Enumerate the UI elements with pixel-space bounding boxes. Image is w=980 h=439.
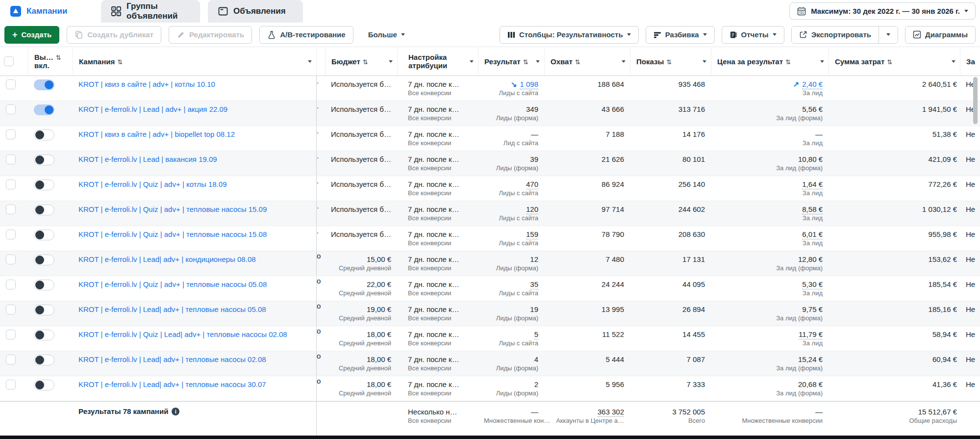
footer-reach-value[interactable]: 363 302 xyxy=(598,408,624,417)
chevron-down-icon[interactable] xyxy=(308,60,312,63)
row-checkbox[interactable] xyxy=(6,330,16,339)
result-value[interactable]: 39 xyxy=(530,155,538,163)
chevron-down-icon[interactable] xyxy=(536,60,540,63)
row-checkbox[interactable] xyxy=(6,355,16,364)
campaign-toggle[interactable] xyxy=(34,79,54,90)
result-value[interactable]: 1 098 xyxy=(520,80,538,89)
column-header-toggle[interactable]: Вы… вкл. xyxy=(28,47,73,76)
cpr-value[interactable]: — xyxy=(815,130,823,138)
column-header-amount-spent[interactable]: Сумма затрат xyxy=(829,47,960,76)
bottom-scroll-bar[interactable] xyxy=(0,436,980,439)
duplicate-button[interactable]: Создать дубликат xyxy=(67,26,161,44)
result-value[interactable]: 4 xyxy=(534,355,538,363)
create-button[interactable]: + Создать xyxy=(4,26,59,44)
edit-button[interactable]: Редактировать xyxy=(169,26,252,44)
result-value[interactable]: — xyxy=(531,130,538,138)
columns-button[interactable]: Столбцы: Результативность xyxy=(500,26,639,44)
result-value[interactable]: 35 xyxy=(530,280,538,289)
date-range-button[interactable]: Максимум: 30 дек 2022 г. — 30 янв 2026 г… xyxy=(789,2,976,20)
campaign-link[interactable]: KROT | e-ferroli.lv | Lead| adv+ | конди… xyxy=(78,255,256,263)
row-checkbox[interactable] xyxy=(6,180,16,189)
cpr-value[interactable]: 2,40 € xyxy=(802,80,823,89)
result-value[interactable]: 2 xyxy=(534,380,538,388)
chevron-down-icon[interactable] xyxy=(820,60,824,63)
campaign-link[interactable]: KROT | e-ferroli.lv | Quiz | adv+ | тепл… xyxy=(78,280,267,288)
row-checkbox[interactable] xyxy=(6,380,16,389)
cpr-value[interactable]: 15,24 € xyxy=(798,355,823,363)
tab-campaigns[interactable]: Кампании xyxy=(0,0,100,23)
campaign-link[interactable]: KROT | e-ferroli.lv | Quiz | adv+ | тепл… xyxy=(78,230,267,238)
column-header-attribution[interactable]: Настройка атрибуции xyxy=(397,47,478,76)
chevron-down-icon[interactable] xyxy=(703,60,706,63)
charts-button[interactable]: Диаграммы xyxy=(905,26,976,44)
column-header-impressions[interactable]: Показы xyxy=(630,47,711,76)
more-button[interactable]: Больше xyxy=(361,26,412,44)
result-value[interactable]: 12 xyxy=(530,255,538,263)
column-header-result[interactable]: Результат xyxy=(478,47,544,76)
column-header-campaign[interactable]: Кампания xyxy=(73,47,316,76)
row-checkbox[interactable] xyxy=(6,280,16,289)
column-header-cost-per-result[interactable]: Цена за результат xyxy=(711,47,829,76)
export-button[interactable]: Экспортировать xyxy=(792,26,879,43)
cpr-value[interactable]: 20,68 € xyxy=(798,380,823,388)
campaign-link[interactable]: KROT | e-ferroli.lv | Quiz | adv+ | тепл… xyxy=(78,205,267,213)
cpr-value[interactable]: 5,56 € xyxy=(802,105,823,113)
campaign-toggle[interactable] xyxy=(34,104,54,115)
campaign-toggle[interactable] xyxy=(34,280,54,290)
cpr-value[interactable]: 9,75 € xyxy=(802,305,823,313)
column-header-budget[interactable]: Бюджет xyxy=(325,47,397,76)
campaign-toggle[interactable] xyxy=(34,155,54,165)
campaign-link[interactable]: KROT | квиз в сайте | adv+ | котлы 10.10 xyxy=(78,80,215,88)
campaign-toggle[interactable] xyxy=(34,330,54,340)
result-value[interactable]: 19 xyxy=(530,305,538,313)
result-value[interactable]: 5 xyxy=(534,330,538,339)
tab-ad-sets[interactable]: Группы объявлений xyxy=(101,0,200,23)
campaign-toggle[interactable] xyxy=(34,230,54,240)
campaign-toggle[interactable] xyxy=(34,380,54,390)
row-checkbox[interactable] xyxy=(6,205,16,214)
cpr-value[interactable]: 8,58 € xyxy=(802,205,823,214)
vertical-scrollbar-thumb[interactable] xyxy=(973,77,978,124)
row-checkbox[interactable] xyxy=(6,79,16,89)
row-checkbox[interactable] xyxy=(6,230,16,239)
cpr-value[interactable]: 12,80 € xyxy=(798,255,823,263)
select-all-checkbox[interactable] xyxy=(4,56,14,66)
result-value[interactable]: 120 xyxy=(526,205,538,214)
campaign-link[interactable]: KROT | e-ferroli.lv | Quiz | Lead| adv+ … xyxy=(78,330,287,338)
campaign-link[interactable]: KROT | e-ferroli.lv | Lead| adv+ | тепло… xyxy=(78,305,266,313)
ab-test-button[interactable]: A/B-тестирование xyxy=(259,26,353,44)
campaign-link[interactable]: KROT | e-ferroli.lv | Lead| adv+ | тепло… xyxy=(78,380,266,388)
campaign-link[interactable]: KROT | e-ferroli.lv | Lead | adv+ | акци… xyxy=(78,105,227,113)
row-checkbox[interactable] xyxy=(6,129,16,139)
campaign-toggle[interactable] xyxy=(34,355,54,365)
chevron-down-icon[interactable] xyxy=(622,60,626,63)
campaign-link[interactable]: KROT | e-ferroli.lv | Lead| adv+ | тепло… xyxy=(78,355,266,363)
campaign-toggle[interactable] xyxy=(34,255,54,265)
campaign-link[interactable]: KROT | e-ferroli.lv | Lead | вакансия 19… xyxy=(78,155,217,163)
cpr-value[interactable]: 1,64 € xyxy=(802,180,823,189)
chevron-down-icon[interactable] xyxy=(389,60,393,63)
campaign-toggle[interactable] xyxy=(34,129,54,140)
chevron-down-icon[interactable] xyxy=(952,60,955,63)
campaign-link[interactable]: KROT | квиз в сайте | adv+ | biopellet t… xyxy=(78,130,235,138)
column-header-reach[interactable]: Охват xyxy=(544,47,630,76)
campaign-link[interactable]: KROT | e-ferroli.lv | Quiz | adv+ | котл… xyxy=(78,180,226,188)
cpr-value[interactable]: 11,79 € xyxy=(799,330,823,339)
cpr-value[interactable]: 6,01 € xyxy=(802,230,823,239)
campaign-toggle[interactable] xyxy=(34,180,54,190)
row-checkbox[interactable] xyxy=(6,104,16,114)
column-header-clipped-end[interactable]: За xyxy=(960,47,980,76)
row-checkbox[interactable] xyxy=(6,155,16,164)
campaign-toggle[interactable] xyxy=(34,305,54,315)
cpr-value[interactable]: 5,30 € xyxy=(802,280,823,289)
campaign-toggle[interactable] xyxy=(34,205,54,215)
result-value[interactable]: 159 xyxy=(526,230,538,239)
result-value[interactable]: 470 xyxy=(526,180,538,189)
result-value[interactable]: 349 xyxy=(526,105,538,113)
chevron-down-icon[interactable] xyxy=(470,60,474,63)
row-checkbox[interactable] xyxy=(6,305,16,314)
breakdown-button[interactable]: Разбивка xyxy=(646,26,715,44)
info-icon[interactable] xyxy=(172,408,179,415)
cpr-value[interactable]: 10,80 € xyxy=(798,155,823,163)
export-options-button[interactable] xyxy=(879,26,898,43)
